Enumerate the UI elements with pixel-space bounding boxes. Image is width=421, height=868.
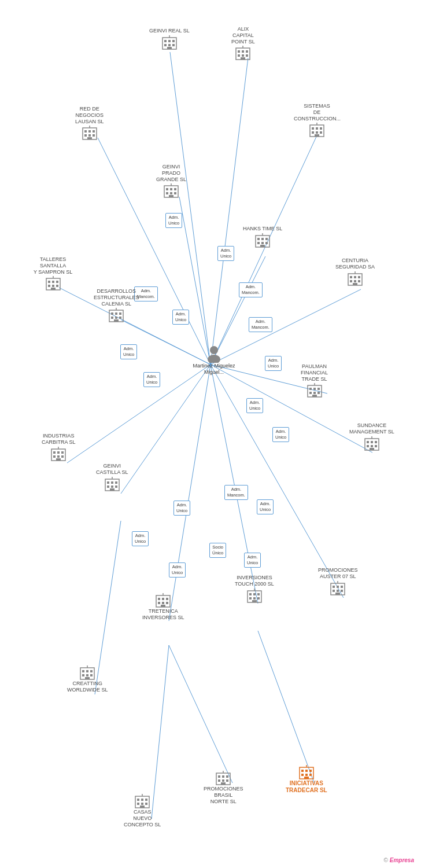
svg-rect-140 bbox=[158, 598, 160, 600]
svg-rect-188 bbox=[218, 779, 220, 782]
node-alix[interactable]: ALIXCAPITALPOINT SL bbox=[231, 26, 255, 61]
svg-rect-168 bbox=[86, 670, 88, 672]
svg-rect-143 bbox=[158, 602, 160, 604]
center-node[interactable]: Martinez Miguelez Miguel... bbox=[191, 344, 237, 376]
svg-rect-81 bbox=[52, 285, 54, 287]
badge-adm-unico-2: Adm.Unico bbox=[217, 246, 234, 261]
svg-rect-33 bbox=[242, 50, 244, 53]
svg-rect-53 bbox=[312, 131, 314, 134]
svg-rect-82 bbox=[56, 285, 58, 287]
svg-rect-73 bbox=[265, 242, 268, 244]
node-geinvi-castilla[interactable]: GEINVICASTILLA SL bbox=[96, 463, 128, 492]
iniciativas-label: INICIATIVASTRADECAR SL bbox=[286, 780, 327, 794]
copyright: © Empresa bbox=[384, 857, 414, 863]
node-sistemas[interactable]: SISTEMASDECONSTRUCCION... bbox=[294, 103, 340, 138]
svg-rect-50 bbox=[312, 127, 314, 130]
node-sundance[interactable]: SUNDANCEMANAGEMENT SL bbox=[349, 422, 394, 451]
node-industrias[interactable]: INDUSTRIASCARBITRA SL bbox=[42, 433, 76, 462]
svg-rect-137 bbox=[110, 488, 115, 491]
svg-rect-24 bbox=[168, 40, 171, 42]
svg-rect-89 bbox=[111, 317, 113, 319]
node-geinvi-prado[interactable]: GEINVIPRADOGRANDE SL bbox=[156, 164, 186, 198]
svg-rect-47 bbox=[87, 137, 92, 139]
svg-line-17 bbox=[258, 631, 315, 784]
svg-rect-29 bbox=[167, 47, 172, 49]
node-hanks[interactable]: HANKS TIME SL bbox=[243, 226, 282, 248]
svg-rect-41 bbox=[84, 130, 87, 133]
badge-adm-unico-13: Adm.Unico bbox=[244, 553, 261, 568]
svg-rect-117 bbox=[371, 445, 373, 447]
svg-rect-185 bbox=[218, 775, 220, 778]
svg-rect-179 bbox=[301, 774, 304, 776]
svg-rect-118 bbox=[375, 445, 377, 447]
node-promociones-auster[interactable]: PROMOCIONESAUSTER 07 SL bbox=[318, 567, 358, 596]
svg-rect-189 bbox=[222, 779, 224, 782]
building-icon-alix bbox=[235, 45, 251, 61]
svg-rect-23 bbox=[164, 40, 167, 42]
node-paulman[interactable]: PAULMANFINANCIALTRADE SL bbox=[301, 363, 328, 398]
building-icon-promo-brasil bbox=[215, 770, 231, 786]
node-casas[interactable]: CASASNUEVOCONCEPTO SL bbox=[124, 793, 161, 827]
svg-rect-28 bbox=[172, 44, 175, 46]
svg-rect-131 bbox=[107, 481, 109, 484]
building-icon-red bbox=[82, 124, 98, 141]
svg-rect-65 bbox=[169, 195, 173, 197]
svg-rect-43 bbox=[93, 130, 95, 133]
badge-adm-unico-8: Adm.Unico bbox=[272, 427, 289, 442]
svg-rect-25 bbox=[172, 40, 175, 42]
brand-name: Empresa bbox=[390, 857, 414, 863]
svg-rect-95 bbox=[350, 276, 352, 278]
building-icon-casas bbox=[134, 793, 150, 809]
building-icon-sistemas bbox=[309, 122, 325, 138]
inversiones-label: INVERSIONESTOUCH 2000 SL bbox=[235, 575, 274, 587]
svg-line-4 bbox=[179, 197, 211, 365]
svg-rect-115 bbox=[375, 441, 377, 443]
svg-rect-107 bbox=[309, 392, 312, 394]
badge-adm-unico-6: Adm.Unico bbox=[265, 356, 282, 371]
building-icon-hanks bbox=[254, 232, 271, 248]
badge-adm-mancom-2: Adm.Mancom. bbox=[239, 282, 263, 297]
svg-rect-178 bbox=[309, 770, 312, 772]
node-iniciativas[interactable]: INICIATIVASTRADECAR SL bbox=[286, 764, 327, 794]
node-geinvi-real[interactable]: GEINVI REAL SL bbox=[149, 28, 190, 50]
svg-rect-195 bbox=[141, 799, 143, 801]
node-red-negocios[interactable]: RED DENEGOCIOSLAUSAN SL bbox=[75, 106, 104, 141]
industrias-label: INDUSTRIASCARBITRA SL bbox=[42, 433, 76, 446]
casas-label: CASASNUEVOCONCEPTO SL bbox=[124, 809, 161, 827]
svg-rect-151 bbox=[257, 593, 260, 595]
svg-rect-106 bbox=[317, 388, 320, 390]
svg-rect-154 bbox=[257, 597, 260, 599]
svg-rect-124 bbox=[61, 451, 64, 454]
node-creatting[interactable]: CREATTINGWORLDWIDE SL bbox=[67, 664, 108, 693]
svg-rect-145 bbox=[166, 602, 168, 604]
svg-rect-79 bbox=[56, 281, 58, 283]
svg-rect-105 bbox=[313, 388, 316, 390]
building-icon bbox=[161, 34, 178, 50]
svg-rect-34 bbox=[246, 50, 248, 53]
node-desarrollos[interactable]: DESARROLLOSESTRUCTURALESCALENIA SL bbox=[94, 288, 139, 323]
badge-adm-unico-5: Adm.Unico bbox=[143, 372, 160, 387]
node-inversiones[interactable]: INVERSIONESTOUCH 2000 SL bbox=[235, 575, 274, 604]
svg-rect-190 bbox=[226, 779, 228, 782]
graph-container: Martinez Miguelez Miguel... GEINVI REAL … bbox=[0, 0, 421, 868]
svg-rect-181 bbox=[309, 774, 312, 776]
svg-rect-45 bbox=[88, 134, 91, 137]
centuria-label: CENTURIASEGURIDAD SA bbox=[335, 258, 375, 270]
svg-rect-99 bbox=[354, 280, 356, 282]
svg-rect-198 bbox=[141, 803, 143, 805]
building-icon-paulman bbox=[306, 382, 323, 398]
svg-rect-159 bbox=[337, 586, 339, 588]
node-centuria[interactable]: CENTURIASEGURIDAD SA bbox=[335, 258, 375, 286]
building-icon-centuria bbox=[347, 270, 363, 286]
svg-rect-96 bbox=[354, 276, 356, 278]
building-icon-prado bbox=[163, 182, 179, 198]
svg-rect-194 bbox=[137, 799, 139, 801]
building-icon-talleres bbox=[45, 275, 61, 291]
svg-rect-110 bbox=[312, 395, 317, 397]
node-promo-brasil[interactable]: PROMOCIONESBRASILNORTE SL bbox=[204, 770, 243, 804]
node-tretenica[interactable]: TRETENICAINVERSORES SL bbox=[142, 592, 184, 621]
node-talleres[interactable]: TALLERESSANTALLAY SAMPRON SL bbox=[34, 256, 72, 291]
svg-rect-144 bbox=[162, 602, 164, 604]
hanks-label: HANKS TIME SL bbox=[243, 226, 282, 232]
building-icon-iniciativas bbox=[298, 764, 315, 780]
